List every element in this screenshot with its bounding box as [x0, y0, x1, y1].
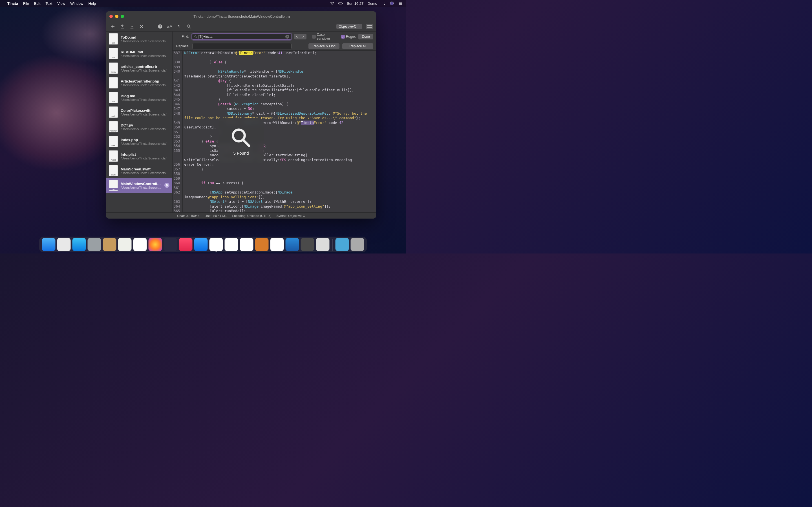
file-path: /Users/demo/Tincta Screenshots/	[121, 127, 169, 131]
file-row[interactable]: Info.plist/Users/demo/Tincta Screenshots…	[106, 149, 172, 163]
file-type-icon	[109, 33, 118, 45]
line-number	[174, 55, 180, 60]
svg-text:?: ?	[159, 24, 161, 28]
file-row[interactable]: ToDo.md/Users/demo/Tincta Screenshots/	[106, 32, 172, 46]
regex-checkbox[interactable]: ✓Regex	[341, 35, 356, 39]
magnifier-icon	[230, 126, 252, 149]
line-number: 365	[174, 209, 180, 212]
spotlight-icon[interactable]	[381, 1, 386, 6]
code-editor[interactable]: 337338339340.341342343344345346347348.34…	[172, 51, 376, 212]
find-prev-button[interactable]: <	[294, 34, 300, 40]
dock-app-maps[interactable]	[118, 238, 132, 251]
line-number: 349	[174, 121, 180, 125]
file-row[interactable]: ArticlesController.php/Users/demo/Tincta…	[106, 75, 172, 90]
file-type-icon	[109, 136, 118, 147]
dock-app-preview[interactable]	[225, 238, 238, 251]
control-center-icon[interactable]	[398, 1, 403, 6]
find-next-button[interactable]: >	[300, 34, 306, 40]
menu-text[interactable]: Text	[45, 1, 52, 6]
dock-app-xcode[interactable]	[194, 238, 208, 251]
upload-button[interactable]	[118, 23, 126, 30]
replace-all-button[interactable]: Replace all	[342, 43, 373, 49]
menu-edit[interactable]: Edit	[34, 1, 40, 6]
titlebar: Tincta - demo/Tincta Screenshots/MainWin…	[106, 11, 376, 21]
line-number: .	[174, 195, 180, 200]
language-picker[interactable]: Objective-C	[336, 24, 362, 29]
dock-app-itunes[interactable]	[240, 238, 253, 251]
code-line: }	[185, 134, 374, 139]
code-line: }	[185, 167, 374, 172]
file-path: /Users/demo/Tincta Screenshots/	[121, 40, 169, 43]
menu-file[interactable]: File	[23, 1, 29, 6]
dock-trash[interactable]	[351, 238, 364, 251]
dock-app-font-book[interactable]	[316, 238, 329, 251]
search-button[interactable]	[185, 23, 193, 30]
dock-app-affinity[interactable]	[164, 238, 177, 251]
line-number: .	[174, 116, 180, 121]
find-label: Find:	[175, 35, 189, 39]
file-row[interactable]: ColorPicker.swift/Users/demo/Tincta Scre…	[106, 105, 172, 119]
line-number: 361	[174, 186, 180, 190]
dock-app-numbers[interactable]	[270, 238, 284, 251]
app-menu[interactable]: Tincta	[7, 1, 18, 6]
siri-icon[interactable]	[390, 1, 394, 6]
dock	[39, 237, 367, 252]
replace-input[interactable]	[192, 43, 292, 49]
dock-app-photos[interactable]	[133, 238, 147, 251]
menu-help[interactable]: Help	[88, 1, 96, 6]
file-row[interactable]: DCT.py/Users/demo/Tincta Screenshots/	[106, 119, 172, 134]
code-content[interactable]: NSError errorWithDomain:@"TinctaError" c…	[183, 51, 376, 212]
file-row[interactable]: MainScreen.swift/Users/demo/Tincta Scree…	[106, 163, 172, 178]
dock-downloads[interactable]	[336, 238, 349, 251]
line-number: 338	[174, 60, 180, 65]
dock-app-keynote[interactable]	[286, 238, 299, 251]
code-line: success = [[textViewController textViewS…	[185, 153, 374, 158]
replace-and-find-button[interactable]: Replace & Find	[308, 43, 340, 49]
dock-app-contacts[interactable]	[103, 238, 116, 251]
done-button[interactable]: Done	[358, 34, 373, 40]
dock-app-calculator[interactable]	[255, 238, 269, 251]
dock-app-appstore[interactable]	[72, 238, 86, 251]
help-button[interactable]: ?	[156, 23, 164, 30]
download-button[interactable]	[128, 23, 136, 30]
dock-app-launchpad[interactable]	[88, 238, 101, 251]
file-row[interactable]: README.md/Users/demo/Tincta Screenshots/	[106, 46, 172, 61]
file-row[interactable]: articles_controller.rb/Users/demo/Tincta…	[106, 61, 172, 75]
file-path: /Users/demo/Tincta Screenshots/	[121, 113, 169, 116]
user-menu[interactable]: Demo	[367, 1, 377, 6]
code-line: [fileHandle truncateFileAtOffset:[fileHa…	[185, 88, 374, 93]
file-row[interactable]: index.php/Users/demo/Tincta Screenshots/	[106, 134, 172, 149]
dock-app-firefox[interactable]	[149, 238, 162, 251]
clock[interactable]: Sun 16:27	[347, 1, 363, 6]
battery-icon[interactable]	[338, 1, 343, 6]
close-file-button[interactable]	[138, 23, 146, 30]
dock-app-mail[interactable]	[57, 238, 71, 251]
code-line: @try {	[185, 78, 374, 83]
file-row[interactable]: MainWindowController.m/Users/demo/Tincta…	[106, 178, 172, 193]
text-size-button[interactable]: aA	[166, 23, 174, 30]
case-sensitive-checkbox[interactable]: Case sensitive	[312, 33, 338, 41]
search-result-hud: 5 Found	[218, 118, 264, 163]
menu-view[interactable]: View	[57, 1, 65, 6]
code-line: NSDictionary* dict = @{NSLocalizedDescri…	[185, 111, 374, 116]
file-row[interactable]: Blog.md/Users/demo/Tincta Screenshots/	[106, 90, 172, 105]
split-view-toggle[interactable]	[366, 24, 373, 29]
dock-app-music-app[interactable]	[179, 238, 193, 251]
status-bar: Char: 0 / 45044 Line: 1:0 / 1131 Encodin…	[106, 212, 376, 219]
line-number: 351	[174, 130, 180, 135]
clear-find-button[interactable]: ✕	[285, 35, 289, 39]
match-count-badge: 5	[164, 183, 169, 188]
window-title: Tincta - demo/Tincta Screenshots/MainWin…	[110, 14, 373, 18]
search-icon	[194, 35, 197, 38]
dock-app-tincta[interactable]	[209, 238, 223, 251]
wifi-icon[interactable]	[330, 1, 335, 6]
file-type-icon	[109, 62, 118, 74]
dock-app-settings[interactable]	[301, 238, 314, 251]
dock-app-finder[interactable]	[42, 238, 56, 251]
file-path: /Users/demo/Tincta Screenshots/	[121, 142, 169, 145]
paragraph-button[interactable]	[175, 23, 183, 30]
find-input[interactable]: [Tt]+incta ✕	[192, 34, 291, 40]
find-bar: Find: [Tt]+incta ✕ < > Case sensitive ✓R…	[172, 32, 376, 42]
new-file-button[interactable]	[109, 23, 117, 30]
menu-window[interactable]: Window	[70, 1, 83, 6]
